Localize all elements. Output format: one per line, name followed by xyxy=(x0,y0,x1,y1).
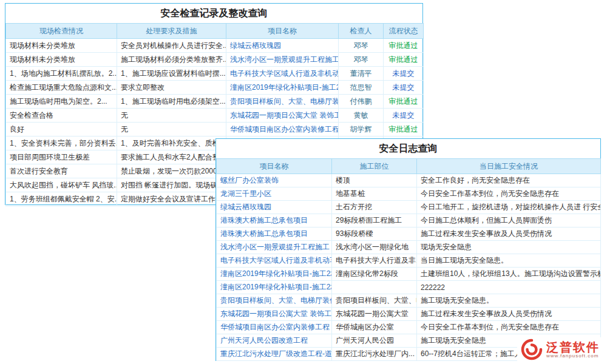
table-row[interactable]: 潼南区2019年绿化补贴项目-施工2标段222222 xyxy=(217,281,601,294)
cell: 今日施工总体顺利，但施工人员脚面烫伤 xyxy=(417,214,601,228)
inspection-header-row: 现场检查情况处理要求及措施项目名称检查人流程状态 xyxy=(6,24,424,39)
safety-log-title: 安全日志查询 xyxy=(216,139,600,158)
column-header: 处理要求及措施 xyxy=(117,24,226,39)
cell: 现场无安全隐患 xyxy=(417,241,601,254)
cell: 施工现场临时用电为架空。2... xyxy=(6,95,117,109)
cell: 施工过程未发生安全事故及人员受伤情况 xyxy=(417,228,601,241)
cell: 现场材料未分类堆放 xyxy=(6,53,117,67)
table-row[interactable]: 螺丝厂办公室装饰楼顶安全工作良好，尚无安全隐患存在 xyxy=(217,174,601,187)
project-link[interactable]: 螺丝厂办公室装饰 xyxy=(217,174,332,187)
project-link[interactable]: 广州天河人民公园改造工程 xyxy=(217,334,332,348)
status-badge[interactable]: 审批通过 xyxy=(384,53,424,67)
table-row[interactable]: 潼南区2019年绿化补贴项目-施工2标段潼南区绿化带2标段土建班组10人，绿化班… xyxy=(217,268,601,281)
cell: 黄敏 xyxy=(339,109,384,123)
project-link[interactable]: 华侨城项目南区办公室内装修工程 xyxy=(217,321,332,334)
table-row[interactable]: 1、场地内施工材料乱摆乱放。2...1、施工现场应设置材料临时摆...电子科技大… xyxy=(6,67,424,81)
status-badge[interactable]: 审批通过 xyxy=(384,39,424,53)
cell: 广州天河人民公园 xyxy=(332,334,417,348)
log-header-row: 项目名称施工部位当日施工安全情况 xyxy=(217,159,601,174)
cell: 施工现场无安全隐患。 xyxy=(417,294,601,308)
project-link[interactable]: 潼南区2019年绿化补贴项目-施工2标段 xyxy=(217,268,332,281)
table-row[interactable]: 浅水湾小区一期景观提升工程施工浅水湾小区一期绿化地现场无安全隐患 xyxy=(217,241,601,254)
cell: 范思智 xyxy=(339,81,384,95)
project-link[interactable]: 绿城云栖玫瑰园 xyxy=(226,39,339,53)
cell: 董清平 xyxy=(339,67,384,81)
project-link[interactable]: 贵阳项目样板间、大堂、电梯厅装修工程 xyxy=(226,95,339,109)
table-row[interactable]: 龙湖三千里小区地基基桩今日安全工作基本到位，尚无安全隐患存在 xyxy=(217,187,601,201)
cell: 良好 xyxy=(6,123,117,136)
cell: 首次进行安全教育 xyxy=(6,164,117,178)
column-header: 流程状态 xyxy=(384,24,424,39)
cell: 1、施工现场应设置材料临时摆... xyxy=(117,67,226,81)
project-link[interactable]: 东城花园一期项目公寓大堂 装饰工程 xyxy=(226,109,339,123)
cell: 施工现场材料必须分类堆放整齐... xyxy=(117,53,226,67)
cell: 1、及时完善和补充安全、质检... xyxy=(117,136,226,150)
project-link[interactable]: 绿城云栖玫瑰园 xyxy=(217,201,332,214)
table-row[interactable]: 贵阳项目样板间、大堂、电梯厅装修工程贵阳项目样板间、大堂、电...施工现场无安全… xyxy=(217,294,601,308)
table-row[interactable]: 电子科技大学区域人行道及非机动车道电子科技大学人行道及非...当日施工现场无安全… xyxy=(217,254,601,268)
table-row[interactable]: 现场材料未分类堆放安全员对机械操作人员进行安全...绿城云栖玫瑰园邓琴审批通过 xyxy=(6,39,424,53)
status-badge[interactable]: 未提交 xyxy=(384,81,424,95)
safety-inspection-title: 安全检查记录及整改查询 xyxy=(5,4,422,23)
project-link[interactable]: 重庆江北污水处理厂级改造工程-道路修复 xyxy=(217,348,332,361)
cell: 楼顶 xyxy=(332,174,417,187)
status-badge[interactable]: 未提交 xyxy=(384,109,424,123)
column-header: 施工部位 xyxy=(332,159,417,174)
project-link[interactable]: 电子科技大学区域人行道及非机动车道工程 xyxy=(226,67,339,81)
cell: 安全检查合格 xyxy=(6,109,117,123)
cell: 禁止吸烟，发现一次罚款2000... xyxy=(117,164,226,178)
cell: 胡学辉 xyxy=(339,123,384,136)
cell: 土石方开挖 xyxy=(332,201,417,214)
project-link[interactable]: 潼南区2019年绿化补贴项目-施工2标段 xyxy=(226,81,339,95)
cell: 电子科技大学人行道及非... xyxy=(332,254,417,268)
table-row[interactable]: 华侨城项目南区办公室内装修工程华侨城南区办公室今日安全工作基本到位，尚无安全隐患… xyxy=(217,321,601,334)
cell xyxy=(332,281,417,294)
status-badge[interactable]: 审批通过 xyxy=(384,95,424,109)
project-link[interactable]: 潼南区2019年绿化补贴项目-施工2标段 xyxy=(217,281,332,294)
cell: 重庆江北污水处理厂内... xyxy=(332,348,417,361)
cell: 定期做好安全会议及宣讲工作 xyxy=(117,192,226,206)
cell: 1、施工现场临时用电必须架空... xyxy=(117,95,226,109)
cell: 安全工作良好，尚无安全隐患存在 xyxy=(417,174,601,187)
logo-text: 泛普软件 www.fanpusoft.com xyxy=(546,340,600,359)
table-row[interactable]: 良好无华侨城项目南区办公室内装修工程胡学辉审批通过 xyxy=(6,123,424,136)
table-row[interactable]: 港珠澳大桥施工总承包项目29标段桥面工程施工今日施工总体顺利，但施工人员脚面烫伤 xyxy=(217,214,601,228)
project-link[interactable]: 贵阳项目样板间、大堂、电梯厅装修工程 xyxy=(217,294,332,308)
table-row[interactable]: 现场材料未分类堆放施工现场材料必须分类堆放整齐...浅水湾小区一期景观提升工程施… xyxy=(6,53,424,67)
project-link[interactable]: 龙湖三千里小区 xyxy=(217,187,332,201)
column-header: 项目名称 xyxy=(217,159,332,174)
cell: 邓琴 xyxy=(339,39,384,53)
cell: 项目部周围环境卫生极差 xyxy=(6,150,117,164)
table-row[interactable]: 绿城云栖玫瑰园土石方开挖今日工地开工，旋挖机进场，对旋挖机操作人员进 行安全技术… xyxy=(217,201,601,214)
cell: 付伟鹏 xyxy=(339,95,384,109)
table-row[interactable]: 检查施工现场重大危险点源和文...要求立即整改潼南区2019年绿化补贴项目-施工… xyxy=(6,81,424,95)
cell: 邓琴 xyxy=(339,53,384,67)
cell: 大风吹起围挡，碰坏铲车 风挡玻... xyxy=(6,178,117,192)
project-link[interactable]: 浅水湾小区一期景观提升工程施工 xyxy=(226,53,339,67)
cell: 现场材料未分类堆放 xyxy=(6,39,117,53)
cell: 地基基桩 xyxy=(332,187,417,201)
cell: 要求施工人员和水车2人配合整... xyxy=(117,150,226,164)
cell: 1、劳务班组都佩戴安全帽 2、安... xyxy=(6,192,117,206)
project-link[interactable]: 浅水湾小区一期景观提升工程施工 xyxy=(217,241,332,254)
project-link[interactable]: 港珠澳大桥施工总承包项目 xyxy=(217,214,332,228)
cell: 今日安全工作基本到位，尚无安全隐患存在 xyxy=(417,187,601,201)
cell: 1、安全资料未完善，部分资料丢... xyxy=(6,136,117,150)
cell: 93标段桥樑 xyxy=(332,228,417,241)
cell: 无 xyxy=(117,109,226,123)
table-row[interactable]: 施工现场临时用电为架空。2...1、施工现场临时用电必须架空...贵阳项目样板间… xyxy=(6,95,424,109)
fanpu-swirl-icon xyxy=(521,339,543,360)
project-link[interactable]: 华侨城项目南区办公室内装修工程 xyxy=(226,123,339,136)
column-header: 项目名称 xyxy=(226,24,339,39)
table-row[interactable]: 港珠澳大桥施工总承包项目93标段桥樑施工过程未发生安全事故及人员受伤情况 xyxy=(217,228,601,241)
cell: 对围挡 帐篷进行加固。现场砚... xyxy=(117,178,226,192)
status-badge[interactable]: 未提交 xyxy=(384,67,424,81)
project-link[interactable]: 电子科技大学区域人行道及非机动车道 xyxy=(217,254,332,268)
cell: 东城花园一期公寓大堂 xyxy=(332,308,417,321)
table-row[interactable]: 安全检查合格无东城花园一期项目公寓大堂 装饰工程黄敏未提交 xyxy=(6,109,424,123)
project-link[interactable]: 港珠澳大桥施工总承包项目 xyxy=(217,228,332,241)
table-row[interactable]: 东城花园一期项目公寓大堂 装饰工程东城花园一期公寓大堂施工过程未发生安全事故及人… xyxy=(217,308,601,321)
cell: 华侨城南区办公室 xyxy=(332,321,417,334)
status-badge[interactable]: 审批通过 xyxy=(384,123,424,136)
project-link[interactable]: 东城花园一期项目公寓大堂 装饰工程 xyxy=(217,308,332,321)
